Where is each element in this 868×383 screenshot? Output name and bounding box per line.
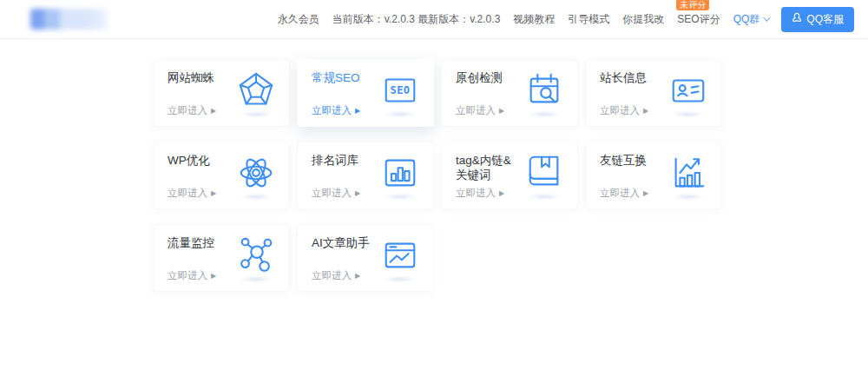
svg-text:SEO: SEO — [390, 84, 410, 96]
icon-shadow — [240, 194, 273, 200]
icon-shadow — [384, 111, 417, 117]
nav-video-tutorial[interactable]: 视频教程 — [513, 12, 555, 27]
right-arrow-icon: ▶ — [499, 190, 504, 197]
card-title: WP优化 — [168, 153, 216, 168]
enter-link[interactable]: 立即进入▶ — [168, 187, 216, 200]
enter-link[interactable]: 立即进入▶ — [168, 269, 216, 282]
icon-shadow — [240, 276, 273, 282]
card-ranking-thesaurus[interactable]: 排名词库 立即进入▶ — [297, 142, 434, 209]
tool-card-grid: 网站蜘蛛 立即进入▶ 常规SEO 立即进入▶ — [153, 59, 722, 292]
nav-feedback[interactable]: 你提我改 — [622, 12, 664, 27]
card-website-spider[interactable]: 网站蜘蛛 立即进入▶ — [153, 59, 290, 127]
icon-shadow — [528, 194, 561, 200]
card-ai-article-assistant[interactable]: AI文章助手 立即进入▶ — [297, 224, 434, 292]
card-title: tag&内链&关键词 — [456, 153, 522, 182]
trend-chart-icon — [668, 153, 708, 193]
calendar-search-icon — [524, 70, 564, 110]
card-title: 友链互换 — [600, 153, 648, 168]
card-webmaster-info[interactable]: 站长信息 立即进入▶ — [585, 59, 722, 127]
right-arrow-icon: ▶ — [499, 108, 504, 115]
card-title: 流量监控 — [168, 235, 216, 250]
card-originality-check[interactable]: 原创检测 立即进入▶ — [441, 59, 578, 127]
nav-seo-score[interactable]: 未评分 SEO评分 — [677, 12, 720, 27]
enter-link[interactable]: 立即进入▶ — [312, 104, 360, 117]
enter-link[interactable]: 立即进入▶ — [456, 104, 504, 117]
network-nodes-icon — [236, 235, 276, 275]
seo-score-label: SEO评分 — [677, 13, 720, 25]
right-arrow-icon: ▶ — [355, 108, 360, 115]
id-card-icon — [668, 70, 708, 110]
app-logo — [30, 9, 107, 30]
card-title: 原创检测 — [456, 70, 504, 85]
right-arrow-icon: ▶ — [355, 273, 360, 280]
qq-penguin-icon — [792, 12, 802, 26]
enter-link[interactable]: 立即进入▶ — [600, 187, 648, 200]
right-arrow-icon: ▶ — [643, 190, 648, 197]
right-arrow-icon: ▶ — [211, 190, 216, 197]
enter-link[interactable]: 立即进入▶ — [456, 187, 522, 200]
image-window-icon — [380, 235, 420, 275]
pentagon-web-icon — [236, 70, 276, 110]
enter-link[interactable]: 立即进入▶ — [312, 187, 360, 200]
enter-link[interactable]: 立即进入▶ — [600, 104, 648, 117]
card-title: 常规SEO — [312, 70, 360, 85]
card-tag-innerlink-keywords[interactable]: tag&内链&关键词 立即进入▶ — [441, 142, 578, 209]
card-title: AI文章助手 — [312, 235, 370, 250]
enter-link[interactable]: 立即进入▶ — [168, 104, 216, 117]
book-bookmark-icon — [524, 153, 564, 193]
unrated-badge: 未评分 — [676, 0, 709, 10]
qq-group-dropdown[interactable]: QQ群 — [733, 12, 769, 27]
icon-shadow — [672, 111, 705, 117]
card-title: 排名词库 — [312, 153, 360, 168]
bar-chart-icon — [380, 153, 420, 193]
nav-guide-mode[interactable]: 引导模式 — [568, 12, 609, 27]
card-traffic-monitor[interactable]: 流量监控 立即进入▶ — [153, 224, 290, 292]
icon-shadow — [384, 194, 417, 200]
right-arrow-icon: ▶ — [211, 108, 216, 115]
qq-service-button[interactable]: QQ客服 — [781, 7, 854, 32]
right-arrow-icon: ▶ — [643, 108, 648, 115]
chevron-down-icon — [763, 14, 770, 21]
enter-link[interactable]: 立即进入▶ — [312, 269, 370, 282]
card-regular-seo[interactable]: 常规SEO 立即进入▶ SEO — [297, 59, 434, 127]
right-arrow-icon: ▶ — [211, 273, 216, 280]
qq-service-label: QQ客服 — [806, 12, 844, 27]
right-arrow-icon: ▶ — [355, 190, 360, 197]
icon-shadow — [240, 111, 273, 117]
header-nav: 永久会员 当前版本：v.2.0.3 最新版本：v.2.0.3 视频教程 引导模式… — [278, 7, 854, 32]
seo-badge-icon: SEO — [380, 70, 420, 110]
card-title: 站长信息 — [600, 70, 648, 85]
card-wp-optimize[interactable]: WP优化 立即进入▶ — [153, 142, 290, 209]
member-status-label: 永久会员 — [278, 12, 319, 27]
qq-group-label: QQ群 — [733, 12, 760, 27]
version-info-label: 当前版本：v.2.0.3 最新版本：v.2.0.3 — [332, 12, 501, 27]
icon-shadow — [672, 194, 705, 200]
top-header: 永久会员 当前版本：v.2.0.3 最新版本：v.2.0.3 视频教程 引导模式… — [0, 0, 868, 39]
atom-icon — [236, 153, 276, 193]
icon-shadow — [528, 111, 561, 117]
icon-shadow — [384, 276, 417, 282]
card-friend-link-exchange[interactable]: 友链互换 立即进入▶ — [585, 142, 722, 209]
card-title: 网站蜘蛛 — [168, 70, 216, 85]
